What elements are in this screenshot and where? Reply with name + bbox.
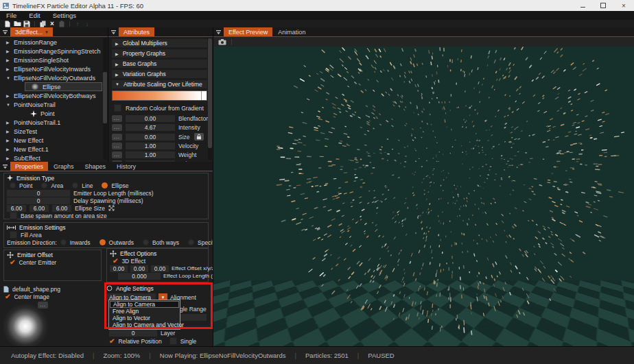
chevron-right-icon[interactable]: ▶ (6, 129, 10, 134)
section-attribute-scaling[interactable]: ▼Attribute Scaling Over Lifetime (112, 80, 207, 88)
section-variation-graphs[interactable]: ▶Variation Graphs (112, 70, 207, 78)
colour-gradient-bar[interactable] (112, 90, 207, 101)
chevron-right-icon[interactable]: ▶ (6, 66, 10, 71)
gradient-marker[interactable] (201, 91, 203, 100)
minimize-button[interactable] (572, 0, 593, 11)
tab-history[interactable]: History (111, 162, 141, 171)
tab-effect-preview[interactable]: Effect Preview (224, 27, 272, 36)
more-button[interactable]: ... (112, 134, 122, 141)
move-up-button[interactable]: ↑ (73, 20, 82, 27)
blendfactor-field[interactable]: 0.00 (126, 115, 175, 122)
ellipse-size-x-field[interactable]: 6.00 (7, 205, 26, 212)
effect-offset-z-field[interactable]: 0.00 (151, 265, 169, 272)
section-property-graphs[interactable]: ▶Property Graphs (112, 49, 207, 58)
radio-label[interactable]: Area (51, 182, 63, 189)
chevron-down-icon[interactable]: ▼ (6, 76, 10, 80)
close-button[interactable]: × (613, 0, 634, 11)
collapse-panel-icon[interactable] (213, 27, 224, 36)
intensity-field[interactable]: 4.67 (126, 124, 175, 131)
collapse-panel-icon[interactable] (0, 162, 10, 171)
tree-item[interactable]: Point (0, 109, 108, 118)
radio-point[interactable] (10, 182, 16, 189)
tree-item[interactable]: ▶EmissionSingleShot (0, 56, 108, 64)
effect-offset-y-field[interactable]: 0.00 (130, 265, 148, 272)
relative-position-checkbox[interactable]: ✔ (109, 338, 115, 344)
preview-canvas[interactable] (213, 47, 634, 346)
radio-label[interactable]: Point (19, 182, 32, 189)
copy-button[interactable] (38, 20, 47, 27)
3d-effect-checkbox[interactable]: ✔ (113, 258, 118, 264)
chevron-right-icon[interactable]: ▶ (6, 138, 10, 143)
paste-button[interactable] (57, 20, 67, 27)
attributes-tab[interactable]: Attributes (119, 27, 154, 36)
radio-area[interactable] (41, 182, 47, 189)
emitter-loop-length-field[interactable]: 0 (7, 190, 70, 197)
expand-icon[interactable] (108, 205, 115, 211)
menu-edit[interactable]: Edit (23, 12, 46, 19)
tree-item[interactable]: ▶EmissionRangeSpinningStretch (0, 47, 108, 56)
random-colour-checkbox[interactable] (114, 104, 121, 112)
tree-item[interactable]: ▶EllipseNoFillVelocityBothways (0, 91, 108, 100)
delay-spawning-field[interactable]: 0 (7, 197, 70, 204)
radio-label[interactable]: Both ways (152, 239, 179, 246)
more-button[interactable]: ... (112, 124, 122, 131)
open-folder-button[interactable] (12, 20, 22, 27)
tree-scrollbar-thumb[interactable] (103, 72, 107, 123)
more-button[interactable]: ... (112, 151, 122, 158)
menu-file[interactable]: File (0, 12, 23, 19)
radio-both-ways[interactable] (143, 239, 149, 245)
tab-properties[interactable]: Properties (10, 162, 48, 171)
collapse-panel-icon[interactable] (0, 27, 10, 36)
radio-inwards[interactable] (60, 239, 67, 245)
center-emitter-checkbox[interactable]: ✔ (10, 259, 15, 265)
center-image-checkbox[interactable]: ✔ (5, 293, 10, 300)
more-button[interactable]: ... (112, 115, 122, 122)
delete-button[interactable]: × (47, 20, 57, 27)
chevron-right-icon[interactable]: ▶ (6, 40, 10, 45)
radio-label[interactable]: Outwards (109, 239, 134, 246)
tree-item-selected[interactable]: Ellipse (25, 82, 102, 91)
tree-item[interactable]: ▶PointNoiseTrail.1 (0, 118, 108, 127)
tree-item[interactable]: ▶SizeTest (0, 127, 108, 136)
radio-specified[interactable] (188, 239, 194, 245)
collapse-panel-icon[interactable] (108, 27, 119, 36)
tree-item[interactable]: ▼EllipseNoFillVelocityOutwards (0, 73, 108, 82)
tree-item[interactable]: ▶New Effect.1 (0, 145, 108, 154)
fill-area-checkbox[interactable] (10, 231, 17, 239)
move-down-button[interactable]: ↓ (82, 20, 92, 27)
chevron-right-icon[interactable]: ▶ (6, 120, 10, 125)
chevron-right-icon[interactable]: ▶ (6, 49, 10, 53)
maximize-button[interactable] (593, 0, 613, 11)
base-spawn-checkbox[interactable] (10, 212, 17, 219)
section-base-graphs[interactable]: ▶Base Graphs (112, 60, 207, 68)
ellipse-size-y-field[interactable]: 6.00 (30, 205, 49, 212)
chevron-right-icon[interactable]: ▶ (6, 147, 10, 151)
menu-settings[interactable]: Settings (47, 12, 82, 19)
radio-ellipse[interactable] (102, 182, 108, 189)
tab-graphs[interactable]: Graphs (48, 162, 80, 171)
radio-label[interactable]: Inwards (70, 239, 91, 246)
chevron-down-icon[interactable]: ▼ (6, 103, 10, 107)
layer-field[interactable]: 0 (109, 330, 157, 337)
tab-animation[interactable]: Animation (272, 27, 311, 36)
radio-label[interactable]: Ellipse (111, 182, 128, 189)
tree-item[interactable]: ▶EmissionRange (0, 38, 108, 47)
attributes-scrollbar-thumb[interactable] (208, 38, 212, 148)
section-global-multipliers[interactable]: ▶Global Multipliers (112, 39, 207, 47)
more-button[interactable]: ... (112, 143, 122, 149)
weight-field[interactable]: 1.00 (126, 151, 175, 158)
new-file-button[interactable] (3, 20, 12, 27)
single-checkbox[interactable] (169, 337, 177, 345)
chevron-right-icon[interactable]: ▶ (6, 156, 10, 160)
screenshot-button[interactable] (218, 38, 227, 46)
effect-loop-length-field[interactable]: 0.000 (118, 273, 161, 280)
tab-shapes[interactable]: Shapes (80, 162, 112, 171)
effect-offset-x-field[interactable]: 0.00 (110, 265, 128, 272)
radio-line[interactable] (72, 182, 78, 189)
save-button[interactable] (22, 20, 32, 27)
ellipse-size-z-field[interactable]: 6.00 (52, 205, 71, 212)
chevron-right-icon[interactable]: ▶ (6, 93, 10, 98)
tree-item[interactable]: ▶SubEffect (0, 154, 108, 162)
radio-label[interactable]: Line (82, 182, 93, 189)
velocity-field[interactable]: 1.00 (126, 143, 175, 149)
